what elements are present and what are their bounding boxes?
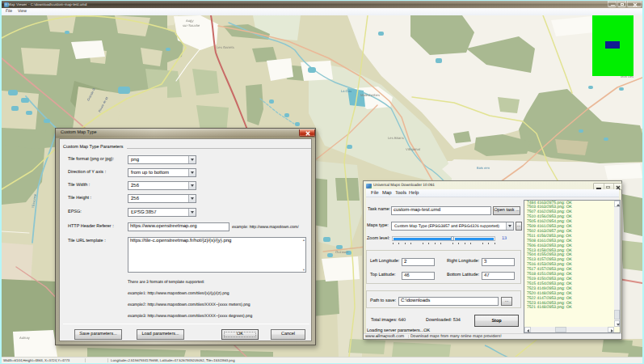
svg-text:Villejamal: Villejamal [406,147,420,151]
svg-text:Les Garrets: Les Garrets [217,45,234,49]
svg-text:Bois rem: Bois rem [477,166,490,170]
svg-text:Malesherbes: Malesherbes [360,93,380,97]
svg-text:La Gau: La Gau [341,89,351,93]
svg-text:sur-Souche: sur-Souche [183,23,200,28]
svg-text:Les Brians: Les Brians [388,136,404,140]
svg-text:Ouzouer: Ouzouer [335,250,349,254]
svg-text:Aulnay: Aulnay [19,336,31,340]
svg-text:Augy: Augy [186,19,194,23]
